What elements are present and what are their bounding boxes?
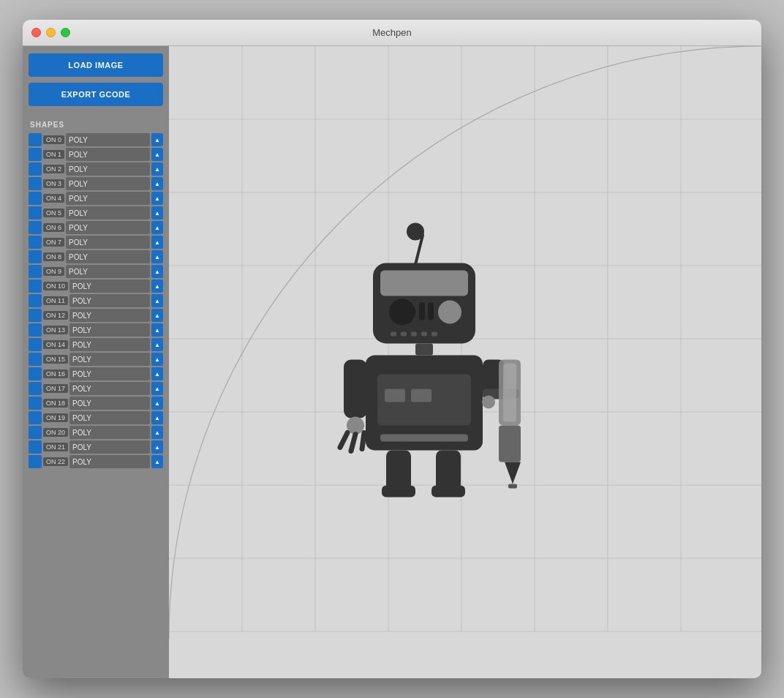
minimize-button[interactable] (46, 28, 56, 37)
shape-row-9: ON 9POLY▲ (29, 265, 163, 278)
svg-rect-49 (382, 485, 415, 497)
shape-dropdown-arrow-7[interactable]: ▲ (151, 236, 163, 249)
shape-color-15[interactable] (29, 353, 42, 366)
shape-dropdown-arrow-6[interactable]: ▲ (151, 221, 163, 234)
shape-type-select-21[interactable]: POLY (69, 440, 150, 454)
shape-type-select-17[interactable]: POLY (69, 382, 150, 395)
shape-type-select-3[interactable]: POLY (66, 177, 150, 190)
shape-color-5[interactable] (29, 206, 42, 219)
shape-dropdown-arrow-12[interactable]: ▲ (151, 309, 163, 322)
svg-rect-31 (385, 389, 405, 402)
shape-type-select-7[interactable]: POLY (66, 236, 150, 249)
shape-type-select-15[interactable]: POLY (69, 353, 150, 366)
shape-type-select-18[interactable]: POLY (69, 397, 150, 410)
shape-color-20[interactable] (29, 426, 42, 439)
shape-dropdown-arrow-8[interactable]: ▲ (151, 250, 163, 263)
shape-dropdown-arrow-3[interactable]: ▲ (151, 177, 163, 190)
shape-type-select-16[interactable]: POLY (69, 367, 150, 380)
shape-color-4[interactable] (29, 192, 42, 205)
canvas-area[interactable] (169, 46, 761, 678)
shape-color-19[interactable] (29, 411, 42, 424)
close-button[interactable] (31, 28, 41, 37)
load-image-button[interactable]: LOAD IMAGE (29, 53, 163, 77)
shape-color-7[interactable] (29, 236, 42, 249)
shape-id-14: ON 14 (43, 340, 68, 349)
shape-dropdown-arrow-5[interactable]: ▲ (151, 206, 163, 219)
shape-dropdown-arrow-19[interactable]: ▲ (151, 411, 163, 424)
shape-id-3: ON 3 (43, 179, 64, 188)
shape-row-5: ON 5POLY▲ (29, 206, 163, 219)
svg-rect-42 (503, 363, 516, 421)
shape-type-select-8[interactable]: POLY (66, 250, 150, 263)
shape-type-select-9[interactable]: POLY (66, 265, 150, 278)
shape-type-select-10[interactable]: POLY (69, 279, 150, 293)
shape-color-2[interactable] (29, 162, 42, 176)
shape-dropdown-arrow-16[interactable]: ▲ (151, 367, 163, 380)
shape-id-1: ON 1 (43, 150, 64, 159)
shape-dropdown-arrow-20[interactable]: ▲ (151, 426, 163, 439)
shape-color-13[interactable] (29, 323, 42, 337)
shape-dropdown-arrow-13[interactable]: ▲ (151, 323, 163, 337)
shape-id-0: ON 0 (43, 135, 64, 144)
shape-type-select-14[interactable]: POLY (69, 338, 150, 351)
shape-type-select-2[interactable]: POLY (66, 162, 150, 176)
shape-dropdown-arrow-22[interactable]: ▲ (151, 455, 163, 468)
shape-dropdown-arrow-21[interactable]: ▲ (151, 440, 163, 454)
shape-type-select-5[interactable]: POLY (66, 206, 150, 219)
maximize-button[interactable] (61, 28, 70, 37)
shape-dropdown-arrow-9[interactable]: ▲ (151, 265, 163, 278)
shape-dropdown-arrow-14[interactable]: ▲ (151, 338, 163, 351)
shape-color-16[interactable] (29, 367, 42, 380)
shape-color-22[interactable] (29, 455, 42, 468)
svg-rect-18 (380, 270, 468, 296)
shape-row-2: ON 2POLY▲ (29, 162, 163, 176)
shape-id-8: ON 8 (43, 252, 64, 261)
shape-id-17: ON 17 (43, 384, 68, 393)
shape-color-18[interactable] (29, 397, 42, 410)
shape-id-6: ON 6 (43, 223, 64, 232)
shape-color-6[interactable] (29, 221, 42, 234)
shape-color-9[interactable] (29, 265, 42, 278)
shape-type-select-1[interactable]: POLY (66, 148, 150, 161)
shape-dropdown-arrow-1[interactable]: ▲ (151, 148, 163, 161)
shape-type-select-4[interactable]: POLY (66, 192, 150, 205)
shape-dropdown-arrow-18[interactable]: ▲ (151, 397, 163, 410)
shape-row-14: ON 14POLY▲ (29, 338, 163, 351)
shape-dropdown-arrow-17[interactable]: ▲ (151, 382, 163, 395)
shape-row-7: ON 7POLY▲ (29, 236, 163, 249)
shape-type-select-12[interactable]: POLY (69, 309, 150, 322)
shape-color-1[interactable] (29, 148, 42, 161)
shape-type-select-19[interactable]: POLY (69, 411, 150, 424)
shape-color-12[interactable] (29, 309, 42, 322)
shape-row-22: ON 22POLY▲ (29, 455, 163, 468)
shape-color-3[interactable] (29, 177, 42, 190)
shape-type-select-6[interactable]: POLY (66, 221, 150, 234)
shape-color-14[interactable] (29, 338, 42, 351)
shape-id-7: ON 7 (43, 238, 64, 247)
shape-dropdown-arrow-2[interactable]: ▲ (151, 162, 163, 176)
shape-color-0[interactable] (29, 133, 42, 146)
shape-type-select-11[interactable]: POLY (69, 294, 150, 307)
svg-point-22 (438, 300, 461, 323)
shape-color-21[interactable] (29, 440, 42, 454)
export-gcode-button[interactable]: EXPORT GCODE (29, 83, 163, 106)
shape-dropdown-arrow-0[interactable]: ▲ (151, 133, 163, 146)
shape-color-8[interactable] (29, 250, 42, 263)
shape-dropdown-arrow-15[interactable]: ▲ (151, 353, 163, 366)
shape-type-select-22[interactable]: POLY (69, 455, 150, 468)
shape-color-17[interactable] (29, 382, 42, 395)
shape-type-select-20[interactable]: POLY (69, 426, 150, 439)
sidebar: LOAD IMAGE EXPORT GCODE SHAPES ON 0POLY▲… (23, 46, 169, 678)
shape-row-21: ON 21POLY▲ (29, 440, 163, 454)
shape-dropdown-arrow-10[interactable]: ▲ (151, 279, 163, 293)
shape-type-select-0[interactable]: POLY (66, 133, 150, 146)
shape-row-8: ON 8POLY▲ (29, 250, 163, 263)
shape-type-select-13[interactable]: POLY (69, 323, 150, 337)
shape-dropdown-arrow-11[interactable]: ▲ (151, 294, 163, 307)
svg-line-37 (351, 434, 355, 451)
shape-color-11[interactable] (29, 294, 42, 307)
svg-rect-21 (428, 302, 434, 320)
shape-color-10[interactable] (29, 279, 42, 293)
shape-dropdown-arrow-4[interactable]: ▲ (151, 192, 163, 205)
shapes-section-label: SHAPES (30, 121, 163, 129)
